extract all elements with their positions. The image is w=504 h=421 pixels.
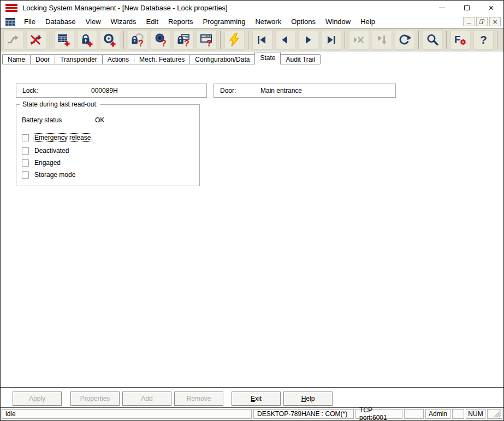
toolbar-separator [50, 31, 50, 49]
read-lock-network-button[interactable]: ? [174, 30, 194, 50]
last-record-icon [324, 33, 338, 47]
read-transponder-button[interactable]: ? [151, 30, 171, 50]
mdi-minimize-button[interactable] [463, 17, 475, 26]
tab-name[interactable]: Name [2, 54, 31, 64]
first-record-button[interactable] [252, 30, 272, 50]
connect-button[interactable] [3, 30, 23, 50]
storage-mode-checkbox[interactable] [22, 171, 29, 179]
functions-settings-icon: F [453, 33, 467, 47]
menu-edit[interactable]: Edit [141, 16, 163, 27]
state-tab-page: Lock: 000089H Door: Main entrance State … [1, 64, 503, 387]
last-record-button[interactable] [321, 30, 341, 50]
add-lock-button[interactable] [77, 30, 97, 50]
add-transponder-icon [103, 33, 117, 47]
tab-configuration-data[interactable]: Configuration/Data [189, 54, 255, 64]
apply-button[interactable]: Apply [13, 392, 62, 406]
functions-settings-button[interactable]: F [450, 30, 471, 50]
door-label: Door: [220, 87, 236, 94]
svg-text:?: ? [161, 38, 167, 47]
engaged-label[interactable]: Engaged [33, 159, 62, 167]
tab-mech-features[interactable]: Mech. Features [134, 54, 190, 64]
menu-network[interactable]: Network [250, 16, 286, 27]
toolbar-separator [248, 31, 248, 49]
tab-door[interactable]: Door [30, 54, 55, 64]
tabstrip: Name Door Transponder Actions Mech. Feat… [1, 52, 503, 64]
properties-button[interactable]: Properties [70, 392, 120, 406]
previous-record-button[interactable] [275, 30, 295, 50]
exit-button[interactable]: Exit [232, 392, 281, 406]
toolbar-separator [220, 31, 221, 49]
emergency-release-checkbox[interactable] [22, 134, 29, 141]
cancel-navigation-icon [352, 33, 366, 47]
storage-mode-row: Storage mode [22, 171, 76, 179]
battery-status-label: Battery status [22, 116, 62, 124]
menu-programming[interactable]: Programming [198, 16, 250, 27]
search-icon [425, 33, 440, 47]
goto-record-button[interactable] [372, 30, 392, 50]
emergency-release-label[interactable]: Emergency release [33, 134, 92, 141]
mdi-minimize-icon [467, 23, 471, 24]
maximize-button[interactable] [454, 1, 479, 15]
menu-options[interactable]: Options [286, 16, 321, 27]
status-blank-panel [452, 409, 464, 419]
menu-help[interactable]: Help [355, 16, 380, 27]
first-record-icon [255, 33, 269, 47]
cancel-navigation-button[interactable] [349, 30, 369, 50]
toolbar-separator [446, 31, 447, 49]
refresh-button[interactable] [395, 30, 415, 50]
remove-button[interactable]: Remove [174, 392, 223, 406]
status-connection: DESKTOP-789HANE : COM(*) [253, 409, 354, 419]
disconnect-button[interactable] [26, 30, 46, 50]
app-logo-icon [5, 4, 17, 12]
battery-status-row: Battery status OK [22, 116, 62, 124]
window-title: Locking System Management - [New Databas… [22, 4, 228, 12]
mdi-window-controls: × [463, 17, 501, 26]
help-button[interactable]: ? [473, 30, 494, 50]
programming-flash-icon [227, 33, 241, 47]
deactivated-label[interactable]: Deactivated [33, 147, 70, 155]
programming-flash-button[interactable] [224, 30, 245, 50]
tab-transponder[interactable]: Transponder [55, 54, 103, 64]
menu-database[interactable]: Database [40, 16, 81, 27]
mdi-restore-button[interactable] [476, 17, 488, 26]
close-button[interactable]: × [479, 1, 503, 15]
menu-view[interactable]: View [81, 16, 106, 27]
svg-text:?: ? [184, 38, 189, 47]
mdi-close-button[interactable]: × [489, 17, 501, 26]
menu-file[interactable]: File [19, 16, 40, 27]
engaged-checkbox[interactable] [22, 159, 29, 167]
battery-status-value: OK [95, 116, 104, 124]
add-transponder-button[interactable] [100, 30, 120, 50]
maximize-icon [464, 5, 470, 10]
search-button[interactable] [423, 30, 443, 50]
help-footer-button[interactable]: Help [283, 392, 333, 406]
door-value: Main entrance [260, 87, 302, 94]
tab-state[interactable]: State [254, 52, 281, 64]
engaged-row: Engaged [22, 159, 62, 167]
lock-field: Lock: 000089H [16, 84, 207, 98]
tab-audit-trail[interactable]: Audit Trail [280, 54, 320, 64]
deactivated-checkbox[interactable] [22, 147, 29, 155]
previous-record-icon [278, 33, 292, 47]
door-field: Door: Main entrance [214, 84, 396, 98]
read-lock-button[interactable]: ? [128, 30, 148, 50]
next-record-button[interactable] [298, 30, 318, 50]
mdi-document-icon[interactable] [5, 17, 16, 26]
add-button[interactable]: Add [122, 392, 171, 406]
storage-mode-label[interactable]: Storage mode [33, 171, 76, 179]
help-icon: ? [476, 33, 490, 47]
menu-wizards[interactable]: Wizards [106, 16, 141, 27]
read-transponder-icon: ? [153, 33, 168, 47]
statusbar: idle DESKTOP-789HANE : COM(*) TCP port:6… [1, 407, 503, 420]
new-matrix-button[interactable] [54, 30, 74, 50]
menubar: File Database View Wizards Edit Reports … [1, 15, 503, 28]
tab-actions[interactable]: Actions [102, 54, 134, 64]
read-network-window-button[interactable]: ? [197, 30, 217, 50]
minimize-button[interactable] [430, 1, 454, 15]
lock-value: 000089H [91, 87, 118, 94]
toolbar-separator [497, 31, 497, 49]
resize-grip[interactable] [494, 410, 501, 418]
menu-reports[interactable]: Reports [163, 16, 198, 27]
menu-window[interactable]: Window [321, 16, 355, 27]
refresh-icon [398, 33, 412, 47]
